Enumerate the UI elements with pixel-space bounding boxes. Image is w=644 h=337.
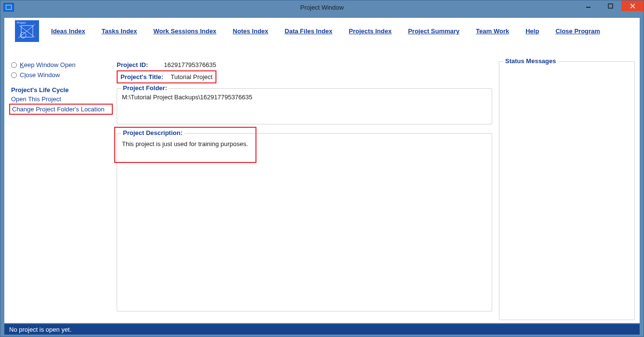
status-bar: No project is open yet. xyxy=(4,324,640,335)
label-project-title: Project's Title: xyxy=(121,73,165,81)
menu-notes-index[interactable]: Notes Index xyxy=(233,27,268,35)
menu-work-sessions-index[interactable]: Work Sessions Index xyxy=(153,27,216,35)
radio-keep-label: Keep Window Open xyxy=(20,61,76,68)
main-grid: Keep Window Open Close Window Project's … xyxy=(9,61,635,318)
menu-tasks-label: asks Index xyxy=(105,27,137,35)
highlight-project-title: Project's Title: Tutorial Project xyxy=(117,70,216,83)
main-menu: Ideas Index Tasks Index Work Sessions In… xyxy=(51,27,600,35)
middle-panel: Project ID: 162917795376635 Project's Ti… xyxy=(117,61,495,320)
radio-icon xyxy=(11,62,17,68)
menu-ideas-index[interactable]: Ideas Index xyxy=(51,27,85,35)
status-bar-text: No project is open yet. xyxy=(9,326,71,333)
highlight-change-folder: Change Project Folder's Location xyxy=(9,104,113,115)
menu-data-files-index[interactable]: Data Files Index xyxy=(285,27,333,35)
radio-keep-open[interactable]: Keep Window Open xyxy=(11,61,113,68)
maximize-button[interactable] xyxy=(599,0,621,11)
close-button[interactable] xyxy=(621,0,644,11)
menu-tasks-index[interactable]: Tasks Index xyxy=(102,27,137,35)
fieldset-project-description: Project Description: This project is jus… xyxy=(117,133,492,311)
menu-team-work[interactable]: Team Work xyxy=(476,27,509,35)
svg-rect-1 xyxy=(608,4,613,8)
content-panel: Project Ideas Index Tasks Index Work Ses… xyxy=(4,18,640,323)
menu-help[interactable]: Help xyxy=(525,27,539,35)
left-panel: Keep Window Open Close Window Project's … xyxy=(9,61,113,320)
client-area: Project Ideas Index Tasks Index Work Ses… xyxy=(0,14,644,337)
right-panel: Status Messages xyxy=(499,61,635,320)
project-logo-icon: Project xyxy=(15,20,39,42)
radio-close-window[interactable]: Close Window xyxy=(11,71,113,79)
title-bar: Project Window xyxy=(0,0,644,14)
menu-help-label: elp xyxy=(530,27,539,35)
value-project-id: 162917795376635 xyxy=(164,61,216,68)
value-project-folder: M:\Tutorial Project Backups\162917795376… xyxy=(122,94,487,101)
menu-data-label: ata Files Index xyxy=(289,27,333,35)
menu-ideas-label: deas Index xyxy=(53,27,85,35)
menu-notes-label: otes Index xyxy=(237,27,268,35)
radio-icon xyxy=(11,72,17,78)
minimize-button[interactable] xyxy=(577,0,599,11)
menu-summary-label: roject Summary xyxy=(412,27,459,35)
menu-work-label: ork Sessions Index xyxy=(159,27,216,35)
label-project-id: Project ID: xyxy=(117,61,164,68)
lifecycle-heading: Project's Life Cycle xyxy=(11,86,113,94)
legend-project-folder: Project Folder: xyxy=(121,84,169,92)
fieldset-project-folder: Project Folder: M:\Tutorial Project Back… xyxy=(117,88,492,124)
menu-close-program[interactable]: Close Program xyxy=(555,27,600,35)
value-project-title: Tutorial Project xyxy=(171,73,213,81)
menu-projects-index[interactable]: Projects Index xyxy=(349,27,392,35)
window-title: Project Window xyxy=(0,4,644,11)
radio-close-label: Close Window xyxy=(20,71,60,79)
legend-status-messages: Status Messages xyxy=(503,57,558,65)
link-change-folder[interactable]: Change Project Folder's Location xyxy=(12,106,111,113)
legend-project-description: Project Description: xyxy=(121,129,185,136)
window-controls xyxy=(577,0,644,11)
fieldset-status-messages: Status Messages xyxy=(499,61,635,320)
row-project-id: Project ID: 162917795376635 xyxy=(117,61,492,68)
link-open-project[interactable]: Open This Project xyxy=(11,95,113,103)
top-toolbar: Project Ideas Index Tasks Index Work Ses… xyxy=(4,18,640,44)
menu-project-summary[interactable]: Project Summary xyxy=(408,27,459,35)
menu-close-label: lose Program xyxy=(560,27,600,35)
